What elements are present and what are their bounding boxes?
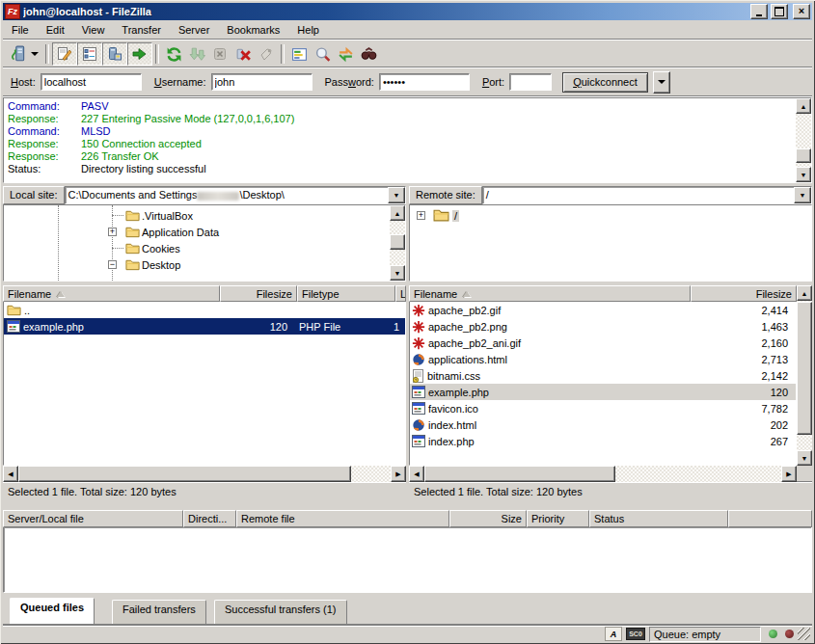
scrollbar-thumb[interactable] (390, 234, 405, 250)
cancel-button[interactable] (208, 43, 231, 65)
column-header-filename[interactable]: Filename (409, 285, 691, 302)
toggle-remote-tree-button[interactable] (102, 42, 127, 66)
username-input[interactable] (211, 73, 312, 91)
file-row[interactable]: apache_pb2.gif 2,414 (410, 302, 796, 318)
remote-list-body[interactable]: apache_pb2.gif 2,414 apache_pb2.png 1,46… (409, 302, 797, 466)
column-header-filetype[interactable]: Filetype (297, 285, 395, 302)
minimize-button[interactable] (750, 4, 768, 19)
file-row[interactable]: bitnami.css 2,142 (410, 367, 796, 384)
scroll-down-button[interactable]: ▼ (390, 265, 405, 281)
compare-button[interactable] (311, 43, 334, 65)
scroll-right-button[interactable]: ▶ (391, 466, 406, 482)
local-tree[interactable]: .VirtualBox + Application Data Cookies −… (3, 204, 406, 282)
resize-grip[interactable] (798, 628, 810, 640)
toggle-queue-button[interactable] (127, 42, 152, 66)
remote-site-combobox[interactable]: / ▼ (482, 186, 812, 204)
collapse-icon[interactable]: − (108, 260, 117, 269)
local-tree-scrollbar[interactable]: ▲ ▼ (390, 205, 405, 281)
find-files-button[interactable] (357, 43, 380, 65)
tree-item-desktop[interactable]: − Desktop (4, 256, 405, 273)
filter-button[interactable] (287, 43, 311, 65)
column-header-priority[interactable]: Priority (527, 510, 589, 527)
menu-help[interactable]: Help (288, 22, 328, 38)
close-button[interactable]: × (793, 4, 810, 19)
process-queue-button[interactable] (185, 43, 208, 65)
remote-vscrollbar[interactable]: ▲ ▼ (797, 285, 812, 466)
column-header-server-local-file[interactable]: Server/Local file (3, 510, 183, 527)
local-hscrollbar[interactable]: ◀ ▶ (3, 466, 406, 482)
file-row-example-php[interactable]: example.php 120 PHP File 1 (4, 318, 405, 335)
reconnect-button[interactable] (255, 43, 278, 65)
local-list-body[interactable]: .. example.php 120 PHP File 1 (3, 302, 406, 466)
menu-transfer[interactable]: Transfer (113, 22, 170, 38)
scroll-left-button[interactable]: ◀ (409, 466, 424, 482)
queue-body[interactable] (3, 527, 812, 593)
scroll-up-button[interactable]: ▲ (390, 205, 405, 221)
column-header-filesize[interactable]: Filesize (691, 285, 797, 302)
toggle-local-tree-button[interactable] (77, 42, 102, 66)
local-site-combobox[interactable]: C:\Documents and Settings\Desktop\ ▼ (65, 186, 406, 204)
log-line: Response:227 Entering Passive Mode (127,… (4, 113, 811, 125)
file-row[interactable]: apache_pb2.png 1,463 (410, 318, 796, 335)
scrollbar-thumb[interactable] (797, 302, 812, 435)
remote-site-dropdown-button[interactable]: ▼ (794, 187, 811, 203)
scrollbar-thumb[interactable] (424, 466, 615, 482)
site-manager-dropdown-icon[interactable] (31, 52, 39, 56)
toggle-log-button[interactable] (52, 42, 77, 66)
tab-failed-transfers[interactable]: Failed transfers (112, 600, 206, 624)
file-row-selected[interactable]: example.php 120 (410, 384, 796, 400)
datatype-indicator-icon[interactable]: A (605, 627, 622, 641)
menu-view[interactable]: View (73, 22, 114, 38)
expand-icon[interactable]: + (417, 211, 425, 220)
menu-file[interactable]: File (3, 22, 38, 38)
remote-hscrollbar[interactable]: ◀ ▶ (409, 466, 797, 482)
scrollbar-thumb[interactable] (796, 148, 811, 163)
column-header-filesize[interactable]: Filesize (220, 285, 297, 302)
scroll-down-button[interactable]: ▼ (796, 167, 811, 182)
site-manager-button[interactable] (7, 43, 30, 65)
tree-item-virtualbox[interactable]: .VirtualBox (4, 207, 405, 224)
tab-successful-transfers[interactable]: Successful transfers (1) (214, 600, 347, 624)
password-input[interactable] (379, 73, 470, 91)
scroll-down-button[interactable]: ▼ (797, 450, 812, 466)
column-header-remote-file[interactable]: Remote file (236, 510, 449, 527)
file-row[interactable]: favicon.ico 7,782 (410, 400, 796, 416)
menu-bookmarks[interactable]: Bookmarks (218, 22, 288, 38)
file-row[interactable]: index.php 267 (410, 433, 796, 449)
remote-tree[interactable]: + / (409, 204, 812, 282)
scroll-left-button[interactable]: ◀ (3, 466, 18, 482)
menu-server[interactable]: Server (170, 22, 218, 38)
column-header-direction[interactable]: Directi... (183, 510, 236, 527)
title-bar[interactable]: Fz john@localhost - FileZilla × (3, 3, 812, 20)
refresh-button[interactable] (162, 43, 185, 65)
column-header-filename[interactable]: Filename (3, 285, 220, 302)
tab-queued-files[interactable]: Queued files (10, 598, 95, 624)
scrollbar-thumb[interactable] (18, 466, 351, 482)
column-header-lastmodified[interactable]: L (395, 285, 406, 302)
port-input[interactable] (509, 73, 552, 91)
scroll-right-button[interactable]: ▶ (781, 466, 797, 482)
file-row[interactable]: apache_pb2_ani.gif 2,160 (410, 335, 796, 351)
menu-edit[interactable]: Edit (38, 22, 73, 38)
speedlimit-icon[interactable]: SC0 (626, 628, 645, 640)
scroll-up-button[interactable]: ▲ (796, 98, 811, 114)
host-input[interactable] (41, 73, 142, 91)
column-header-status[interactable]: Status (589, 510, 728, 527)
quickconnect-button[interactable]: Quickconnect (562, 72, 648, 93)
maximize-button[interactable] (771, 4, 788, 19)
column-header-size[interactable]: Size (449, 510, 527, 527)
message-log[interactable]: Command:PASV Response:227 Entering Passi… (3, 97, 812, 183)
file-row[interactable]: index.html 202 (410, 416, 796, 433)
scroll-up-button[interactable]: ▲ (797, 285, 812, 301)
local-site-dropdown-button[interactable]: ▼ (388, 187, 405, 203)
file-row-parent-dir[interactable]: .. (4, 302, 405, 318)
file-row[interactable]: applications.html 2,713 (410, 351, 796, 367)
quickconnect-dropdown-button[interactable] (653, 71, 670, 94)
expand-icon[interactable]: + (108, 228, 117, 236)
tree-item-root[interactable]: + / (410, 207, 811, 224)
disconnect-button[interactable] (231, 43, 255, 65)
sync-browsing-button[interactable] (334, 43, 357, 65)
tree-item-application-data[interactable]: + Application Data (4, 224, 405, 240)
log-scrollbar[interactable]: ▲ ▼ (796, 98, 811, 182)
tree-item-cookies[interactable]: Cookies (4, 240, 405, 256)
